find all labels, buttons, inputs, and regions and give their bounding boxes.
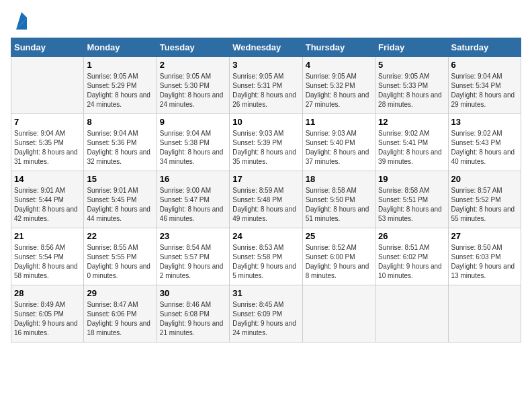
day-number: 14: [14, 174, 81, 184]
calendar-cell: 25Sunrise: 8:52 AMSunset: 6:00 PMDayligh…: [302, 228, 375, 285]
calendar-cell: 28Sunrise: 8:49 AMSunset: 6:05 PMDayligh…: [11, 285, 84, 342]
day-info: Sunrise: 8:57 AMSunset: 5:52 PMDaylight:…: [451, 186, 518, 224]
calendar-cell: [11, 57, 84, 114]
day-number: 25: [306, 231, 372, 241]
calendar-cell: 6Sunrise: 9:04 AMSunset: 5:34 PMDaylight…: [448, 57, 521, 114]
header-monday: Monday: [84, 38, 157, 57]
day-number: 31: [232, 288, 299, 298]
day-info: Sunrise: 9:01 AMSunset: 5:44 PMDaylight:…: [14, 186, 81, 224]
day-info: Sunrise: 8:53 AMSunset: 5:58 PMDaylight:…: [232, 243, 299, 281]
calendar-week-1: 1Sunrise: 9:05 AMSunset: 5:29 PMDaylight…: [11, 57, 521, 114]
day-number: 27: [451, 231, 518, 241]
day-number: 30: [160, 288, 226, 298]
day-number: 29: [87, 288, 153, 298]
day-info: Sunrise: 9:04 AMSunset: 5:35 PMDaylight:…: [14, 129, 81, 167]
header-saturday: Saturday: [448, 38, 521, 57]
day-info: Sunrise: 9:05 AMSunset: 5:29 PMDaylight:…: [87, 72, 153, 109]
page-header: [11, 11, 521, 31]
day-info: Sunrise: 9:03 AMSunset: 5:39 PMDaylight:…: [232, 129, 299, 167]
calendar-cell: 1Sunrise: 9:05 AMSunset: 5:29 PMDaylight…: [84, 57, 157, 114]
header-friday: Friday: [375, 38, 448, 57]
calendar-week-5: 28Sunrise: 8:49 AMSunset: 6:05 PMDayligh…: [11, 285, 521, 342]
day-info: Sunrise: 9:05 AMSunset: 5:30 PMDaylight:…: [160, 72, 226, 109]
day-info: Sunrise: 8:56 AMSunset: 5:54 PMDaylight:…: [14, 243, 81, 281]
day-number: 20: [451, 174, 518, 184]
calendar-cell: 2Sunrise: 9:05 AMSunset: 5:30 PMDaylight…: [157, 57, 229, 114]
calendar-cell: 16Sunrise: 9:00 AMSunset: 5:47 PMDayligh…: [157, 171, 229, 228]
day-info: Sunrise: 9:05 AMSunset: 5:32 PMDaylight:…: [306, 72, 372, 109]
calendar-cell: 24Sunrise: 8:53 AMSunset: 5:58 PMDayligh…: [230, 228, 302, 285]
svg-marker-0: [16, 12, 27, 30]
calendar-week-3: 14Sunrise: 9:01 AMSunset: 5:44 PMDayligh…: [11, 171, 521, 228]
day-number: 19: [378, 174, 445, 184]
day-info: Sunrise: 8:51 AMSunset: 6:02 PMDaylight:…: [378, 243, 445, 281]
calendar-cell: [448, 285, 521, 342]
calendar-cell: 19Sunrise: 8:58 AMSunset: 5:51 PMDayligh…: [375, 171, 448, 228]
calendar-cell: 31Sunrise: 8:45 AMSunset: 6:09 PMDayligh…: [230, 285, 302, 342]
day-info: Sunrise: 8:58 AMSunset: 5:50 PMDaylight:…: [306, 186, 372, 224]
calendar-week-2: 7Sunrise: 9:04 AMSunset: 5:35 PMDaylight…: [11, 114, 521, 171]
day-info: Sunrise: 9:02 AMSunset: 5:41 PMDaylight:…: [378, 129, 445, 167]
header-sunday: Sunday: [11, 38, 84, 57]
logo-icon: [13, 11, 30, 31]
calendar-cell: 12Sunrise: 9:02 AMSunset: 5:41 PMDayligh…: [375, 114, 448, 171]
header-wednesday: Wednesday: [230, 38, 302, 57]
calendar-cell: 30Sunrise: 8:46 AMSunset: 6:08 PMDayligh…: [157, 285, 229, 342]
calendar-header-row: SundayMondayTuesdayWednesdayThursdayFrid…: [11, 38, 521, 57]
day-info: Sunrise: 9:04 AMSunset: 5:34 PMDaylight:…: [451, 72, 518, 109]
day-number: 10: [232, 117, 299, 127]
calendar-cell: 18Sunrise: 8:58 AMSunset: 5:50 PMDayligh…: [302, 171, 375, 228]
day-number: 4: [306, 60, 372, 70]
calendar-week-4: 21Sunrise: 8:56 AMSunset: 5:54 PMDayligh…: [11, 228, 521, 285]
day-number: 5: [378, 60, 445, 70]
day-number: 8: [87, 117, 153, 127]
calendar-cell: 5Sunrise: 9:05 AMSunset: 5:33 PMDaylight…: [375, 57, 448, 114]
calendar-cell: 15Sunrise: 9:01 AMSunset: 5:45 PMDayligh…: [84, 171, 157, 228]
calendar-cell: 29Sunrise: 8:47 AMSunset: 6:06 PMDayligh…: [84, 285, 157, 342]
day-number: 7: [14, 117, 81, 127]
day-number: 22: [87, 231, 153, 241]
day-number: 21: [14, 231, 81, 241]
calendar-cell: 22Sunrise: 8:55 AMSunset: 5:55 PMDayligh…: [84, 228, 157, 285]
day-info: Sunrise: 9:00 AMSunset: 5:47 PMDaylight:…: [160, 186, 226, 224]
day-info: Sunrise: 9:04 AMSunset: 5:36 PMDaylight:…: [87, 129, 153, 167]
calendar-cell: 13Sunrise: 9:02 AMSunset: 5:43 PMDayligh…: [448, 114, 521, 171]
day-info: Sunrise: 9:05 AMSunset: 5:31 PMDaylight:…: [232, 72, 299, 109]
day-number: 1: [87, 60, 153, 70]
logo: [11, 11, 30, 31]
day-info: Sunrise: 8:55 AMSunset: 5:55 PMDaylight:…: [87, 243, 153, 281]
calendar-cell: [302, 285, 375, 342]
calendar-cell: 7Sunrise: 9:04 AMSunset: 5:35 PMDaylight…: [11, 114, 84, 171]
calendar-cell: [375, 285, 448, 342]
calendar-cell: 21Sunrise: 8:56 AMSunset: 5:54 PMDayligh…: [11, 228, 84, 285]
day-info: Sunrise: 9:03 AMSunset: 5:40 PMDaylight:…: [306, 129, 372, 167]
calendar-cell: 14Sunrise: 9:01 AMSunset: 5:44 PMDayligh…: [11, 171, 84, 228]
day-number: 18: [306, 174, 372, 184]
calendar-cell: 26Sunrise: 8:51 AMSunset: 6:02 PMDayligh…: [375, 228, 448, 285]
calendar-cell: 23Sunrise: 8:54 AMSunset: 5:57 PMDayligh…: [157, 228, 229, 285]
day-info: Sunrise: 9:01 AMSunset: 5:45 PMDaylight:…: [87, 186, 153, 224]
day-info: Sunrise: 8:45 AMSunset: 6:09 PMDaylight:…: [232, 300, 299, 338]
calendar-cell: 20Sunrise: 8:57 AMSunset: 5:52 PMDayligh…: [448, 171, 521, 228]
calendar-cell: 11Sunrise: 9:03 AMSunset: 5:40 PMDayligh…: [302, 114, 375, 171]
day-number: 9: [160, 117, 226, 127]
day-number: 2: [160, 60, 226, 70]
header-thursday: Thursday: [302, 38, 375, 57]
day-info: Sunrise: 9:02 AMSunset: 5:43 PMDaylight:…: [451, 129, 518, 167]
day-number: 17: [232, 174, 299, 184]
day-number: 24: [232, 231, 299, 241]
calendar-table: SundayMondayTuesdayWednesdayThursdayFrid…: [11, 38, 521, 342]
header-tuesday: Tuesday: [157, 38, 229, 57]
day-info: Sunrise: 8:54 AMSunset: 5:57 PMDaylight:…: [160, 243, 226, 281]
calendar-cell: 10Sunrise: 9:03 AMSunset: 5:39 PMDayligh…: [230, 114, 302, 171]
day-info: Sunrise: 8:58 AMSunset: 5:51 PMDaylight:…: [378, 186, 445, 224]
day-number: 26: [378, 231, 445, 241]
day-info: Sunrise: 9:05 AMSunset: 5:33 PMDaylight:…: [378, 72, 445, 109]
day-number: 6: [451, 60, 518, 70]
calendar-cell: 3Sunrise: 9:05 AMSunset: 5:31 PMDaylight…: [230, 57, 302, 114]
day-info: Sunrise: 8:59 AMSunset: 5:48 PMDaylight:…: [232, 186, 299, 224]
day-number: 15: [87, 174, 153, 184]
day-number: 16: [160, 174, 226, 184]
day-info: Sunrise: 8:52 AMSunset: 6:00 PMDaylight:…: [306, 243, 372, 281]
day-number: 3: [232, 60, 299, 70]
